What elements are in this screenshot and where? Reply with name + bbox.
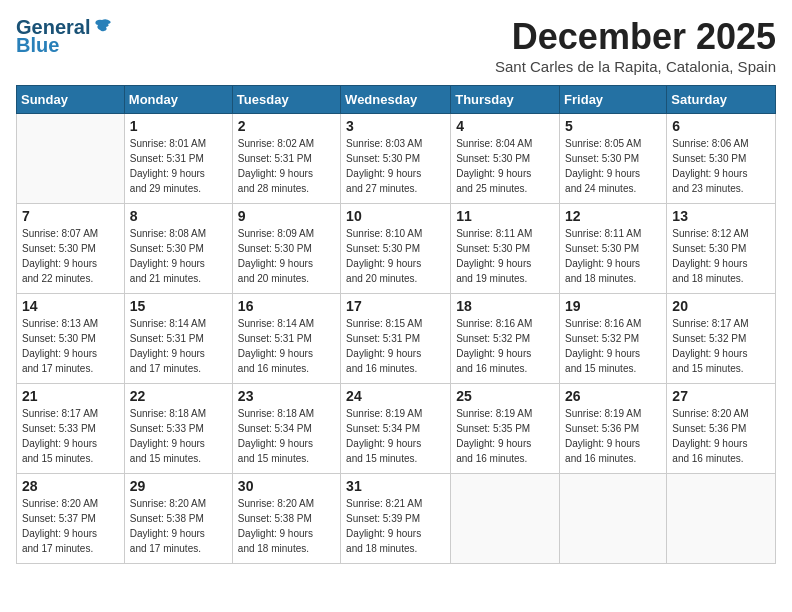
calendar-cell: 20Sunrise: 8:17 AM Sunset: 5:32 PM Dayli… xyxy=(667,294,776,384)
day-info: Sunrise: 8:10 AM Sunset: 5:30 PM Dayligh… xyxy=(346,226,445,286)
calendar-cell: 29Sunrise: 8:20 AM Sunset: 5:38 PM Dayli… xyxy=(124,474,232,564)
day-info: Sunrise: 8:01 AM Sunset: 5:31 PM Dayligh… xyxy=(130,136,227,196)
day-number: 29 xyxy=(130,478,227,494)
day-number: 25 xyxy=(456,388,554,404)
calendar-cell: 15Sunrise: 8:14 AM Sunset: 5:31 PM Dayli… xyxy=(124,294,232,384)
day-info: Sunrise: 8:20 AM Sunset: 5:38 PM Dayligh… xyxy=(130,496,227,556)
day-info: Sunrise: 8:05 AM Sunset: 5:30 PM Dayligh… xyxy=(565,136,661,196)
day-number: 1 xyxy=(130,118,227,134)
calendar-cell: 24Sunrise: 8:19 AM Sunset: 5:34 PM Dayli… xyxy=(341,384,451,474)
day-info: Sunrise: 8:04 AM Sunset: 5:30 PM Dayligh… xyxy=(456,136,554,196)
day-info: Sunrise: 8:11 AM Sunset: 5:30 PM Dayligh… xyxy=(456,226,554,286)
calendar-cell: 18Sunrise: 8:16 AM Sunset: 5:32 PM Dayli… xyxy=(451,294,560,384)
calendar-cell: 19Sunrise: 8:16 AM Sunset: 5:32 PM Dayli… xyxy=(560,294,667,384)
day-info: Sunrise: 8:17 AM Sunset: 5:32 PM Dayligh… xyxy=(672,316,770,376)
day-header-tuesday: Tuesday xyxy=(232,86,340,114)
day-number: 19 xyxy=(565,298,661,314)
day-info: Sunrise: 8:19 AM Sunset: 5:35 PM Dayligh… xyxy=(456,406,554,466)
day-info: Sunrise: 8:20 AM Sunset: 5:38 PM Dayligh… xyxy=(238,496,335,556)
calendar-cell: 3Sunrise: 8:03 AM Sunset: 5:30 PM Daylig… xyxy=(341,114,451,204)
day-info: Sunrise: 8:18 AM Sunset: 5:34 PM Dayligh… xyxy=(238,406,335,466)
calendar-cell: 30Sunrise: 8:20 AM Sunset: 5:38 PM Dayli… xyxy=(232,474,340,564)
day-number: 24 xyxy=(346,388,445,404)
day-info: Sunrise: 8:13 AM Sunset: 5:30 PM Dayligh… xyxy=(22,316,119,376)
week-row-5: 28Sunrise: 8:20 AM Sunset: 5:37 PM Dayli… xyxy=(17,474,776,564)
day-number: 7 xyxy=(22,208,119,224)
day-header-monday: Monday xyxy=(124,86,232,114)
calendar-cell xyxy=(17,114,125,204)
day-info: Sunrise: 8:09 AM Sunset: 5:30 PM Dayligh… xyxy=(238,226,335,286)
day-number: 4 xyxy=(456,118,554,134)
calendar-cell: 16Sunrise: 8:14 AM Sunset: 5:31 PM Dayli… xyxy=(232,294,340,384)
day-number: 9 xyxy=(238,208,335,224)
calendar-cell xyxy=(560,474,667,564)
day-info: Sunrise: 8:06 AM Sunset: 5:30 PM Dayligh… xyxy=(672,136,770,196)
day-header-saturday: Saturday xyxy=(667,86,776,114)
calendar-cell: 11Sunrise: 8:11 AM Sunset: 5:30 PM Dayli… xyxy=(451,204,560,294)
calendar-cell: 10Sunrise: 8:10 AM Sunset: 5:30 PM Dayli… xyxy=(341,204,451,294)
calendar-cell: 26Sunrise: 8:19 AM Sunset: 5:36 PM Dayli… xyxy=(560,384,667,474)
day-info: Sunrise: 8:16 AM Sunset: 5:32 PM Dayligh… xyxy=(456,316,554,376)
day-header-thursday: Thursday xyxy=(451,86,560,114)
week-row-2: 7Sunrise: 8:07 AM Sunset: 5:30 PM Daylig… xyxy=(17,204,776,294)
day-number: 28 xyxy=(22,478,119,494)
day-info: Sunrise: 8:18 AM Sunset: 5:33 PM Dayligh… xyxy=(130,406,227,466)
calendar-cell: 1Sunrise: 8:01 AM Sunset: 5:31 PM Daylig… xyxy=(124,114,232,204)
calendar-cell xyxy=(667,474,776,564)
day-info: Sunrise: 8:15 AM Sunset: 5:31 PM Dayligh… xyxy=(346,316,445,376)
day-header-sunday: Sunday xyxy=(17,86,125,114)
calendar-cell: 28Sunrise: 8:20 AM Sunset: 5:37 PM Dayli… xyxy=(17,474,125,564)
day-number: 8 xyxy=(130,208,227,224)
day-number: 2 xyxy=(238,118,335,134)
calendar-cell: 9Sunrise: 8:09 AM Sunset: 5:30 PM Daylig… xyxy=(232,204,340,294)
logo-blue: Blue xyxy=(16,34,114,56)
day-number: 26 xyxy=(565,388,661,404)
day-info: Sunrise: 8:19 AM Sunset: 5:36 PM Dayligh… xyxy=(565,406,661,466)
day-info: Sunrise: 8:17 AM Sunset: 5:33 PM Dayligh… xyxy=(22,406,119,466)
header: General Blue December 2025 Sant Carles d… xyxy=(16,16,776,75)
day-number: 31 xyxy=(346,478,445,494)
day-number: 22 xyxy=(130,388,227,404)
logo: General Blue xyxy=(16,16,114,56)
calendar-table: SundayMondayTuesdayWednesdayThursdayFrid… xyxy=(16,85,776,564)
day-header-friday: Friday xyxy=(560,86,667,114)
day-number: 16 xyxy=(238,298,335,314)
calendar-cell: 12Sunrise: 8:11 AM Sunset: 5:30 PM Dayli… xyxy=(560,204,667,294)
day-info: Sunrise: 8:02 AM Sunset: 5:31 PM Dayligh… xyxy=(238,136,335,196)
day-info: Sunrise: 8:20 AM Sunset: 5:37 PM Dayligh… xyxy=(22,496,119,556)
calendar-cell: 5Sunrise: 8:05 AM Sunset: 5:30 PM Daylig… xyxy=(560,114,667,204)
day-info: Sunrise: 8:14 AM Sunset: 5:31 PM Dayligh… xyxy=(130,316,227,376)
day-number: 12 xyxy=(565,208,661,224)
calendar-cell: 23Sunrise: 8:18 AM Sunset: 5:34 PM Dayli… xyxy=(232,384,340,474)
day-number: 11 xyxy=(456,208,554,224)
calendar-cell: 13Sunrise: 8:12 AM Sunset: 5:30 PM Dayli… xyxy=(667,204,776,294)
day-number: 6 xyxy=(672,118,770,134)
day-number: 3 xyxy=(346,118,445,134)
calendar-cell: 4Sunrise: 8:04 AM Sunset: 5:30 PM Daylig… xyxy=(451,114,560,204)
calendar-cell: 6Sunrise: 8:06 AM Sunset: 5:30 PM Daylig… xyxy=(667,114,776,204)
calendar-cell: 25Sunrise: 8:19 AM Sunset: 5:35 PM Dayli… xyxy=(451,384,560,474)
calendar-cell: 17Sunrise: 8:15 AM Sunset: 5:31 PM Dayli… xyxy=(341,294,451,384)
day-number: 15 xyxy=(130,298,227,314)
day-number: 10 xyxy=(346,208,445,224)
calendar-cell: 7Sunrise: 8:07 AM Sunset: 5:30 PM Daylig… xyxy=(17,204,125,294)
day-number: 30 xyxy=(238,478,335,494)
day-number: 14 xyxy=(22,298,119,314)
day-info: Sunrise: 8:07 AM Sunset: 5:30 PM Dayligh… xyxy=(22,226,119,286)
calendar-cell: 21Sunrise: 8:17 AM Sunset: 5:33 PM Dayli… xyxy=(17,384,125,474)
location-subtitle: Sant Carles de la Rapita, Catalonia, Spa… xyxy=(495,58,776,75)
week-row-1: 1Sunrise: 8:01 AM Sunset: 5:31 PM Daylig… xyxy=(17,114,776,204)
calendar-cell: 8Sunrise: 8:08 AM Sunset: 5:30 PM Daylig… xyxy=(124,204,232,294)
day-number: 5 xyxy=(565,118,661,134)
day-info: Sunrise: 8:08 AM Sunset: 5:30 PM Dayligh… xyxy=(130,226,227,286)
week-row-4: 21Sunrise: 8:17 AM Sunset: 5:33 PM Dayli… xyxy=(17,384,776,474)
calendar-cell: 14Sunrise: 8:13 AM Sunset: 5:30 PM Dayli… xyxy=(17,294,125,384)
day-number: 23 xyxy=(238,388,335,404)
calendar-cell: 2Sunrise: 8:02 AM Sunset: 5:31 PM Daylig… xyxy=(232,114,340,204)
day-number: 20 xyxy=(672,298,770,314)
day-number: 21 xyxy=(22,388,119,404)
month-title: December 2025 xyxy=(495,16,776,58)
day-info: Sunrise: 8:19 AM Sunset: 5:34 PM Dayligh… xyxy=(346,406,445,466)
calendar-cell xyxy=(451,474,560,564)
week-row-3: 14Sunrise: 8:13 AM Sunset: 5:30 PM Dayli… xyxy=(17,294,776,384)
